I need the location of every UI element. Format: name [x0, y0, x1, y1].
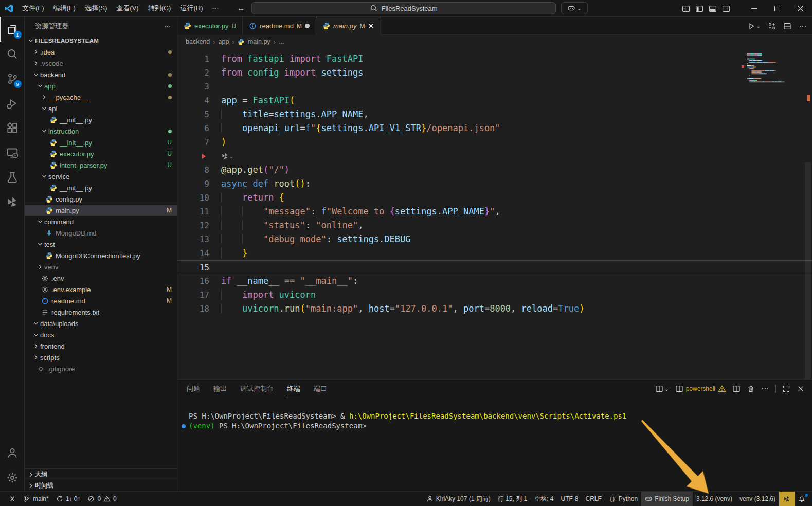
menu-运行(R)[interactable]: 运行(R): [175, 2, 207, 14]
tree-item-frontend[interactable]: frontend: [25, 340, 177, 352]
tree-item-data\uploads[interactable]: data\uploads: [25, 318, 177, 329]
statusbar-notifications-bell[interactable]: [795, 492, 809, 506]
breadcrumb-backend[interactable]: backend: [186, 38, 210, 45]
statusbar-encoding[interactable]: UTF-8: [557, 492, 582, 506]
maximize-panel-icon[interactable]: [782, 385, 790, 393]
tree-item-scripts[interactable]: scripts: [25, 352, 177, 363]
more-actions-icon[interactable]: [799, 22, 807, 30]
panel-tab-调试控制台[interactable]: 调试控制台: [240, 380, 274, 398]
code-editor[interactable]: 1from fastapi import FastAPI2from config…: [177, 48, 812, 379]
tree-item-__init__.py[interactable]: __init__.py: [25, 182, 177, 193]
menu-转到(G)[interactable]: 转到(G): [143, 2, 176, 14]
close-tab-icon[interactable]: [368, 23, 374, 29]
statusbar-branch-status[interactable]: main*: [20, 492, 52, 506]
tree-item-main.py[interactable]: main.pyM: [25, 205, 177, 216]
tree-item-command[interactable]: command: [25, 216, 177, 227]
tree-item-api[interactable]: api: [25, 103, 177, 114]
close-panel-icon[interactable]: [797, 385, 805, 393]
activitybar-explorer[interactable]: 1: [0, 17, 25, 42]
activitybar-extensions[interactable]: [0, 116, 25, 140]
tree-item-FILESREADSYSTEAM[interactable]: FILESREADSYSTEAM: [25, 35, 177, 46]
statusbar-cursor-position[interactable]: 行 15, 列 1: [494, 492, 531, 506]
minimize-button[interactable]: [743, 0, 766, 17]
tree-item-MongoDBConnectionTest.py[interactable]: MongoDBConnectionTest.py: [25, 250, 177, 261]
statusbar-eol[interactable]: CRLF: [582, 492, 605, 506]
tree-item-__init__.py[interactable]: __init__.pyU: [25, 137, 177, 148]
tree-item-__init__.py[interactable]: __init__.py: [25, 114, 177, 125]
tree-item-venv[interactable]: venv: [25, 261, 177, 273]
tree-item-executor.py[interactable]: executor.pyU: [25, 148, 177, 159]
copilot-button[interactable]: ⌄: [561, 2, 588, 14]
split-terminal-icon[interactable]: [732, 385, 741, 393]
statusbar-finish-setup[interactable]: Finish Setup: [641, 492, 693, 506]
tree-item-.gitignore[interactable]: .gitignore: [25, 363, 177, 374]
split-editor-icon[interactable]: [783, 22, 791, 30]
tree-item-instruction[interactable]: instruction: [25, 125, 177, 137]
activitybar-search[interactable]: [0, 42, 25, 66]
panel-tab-终端[interactable]: 终端: [287, 380, 300, 398]
activitybar-source-control[interactable]: 9: [0, 66, 25, 91]
editor-scrollbar[interactable]: [805, 162, 811, 379]
breadcrumb-...[interactable]: ...: [279, 38, 284, 45]
timeline-section[interactable]: 时间线: [25, 480, 177, 491]
activitybar-run-debug[interactable]: [0, 91, 25, 116]
statusbar-problems-status[interactable]: 00: [84, 492, 120, 506]
tree-item-.env.example[interactable]: .env.exampleM: [25, 284, 177, 295]
ai-pinwheel-icon[interactable]: ⌄: [221, 152, 233, 160]
menu-文件(F)[interactable]: 文件(F): [17, 2, 49, 14]
tab-readme.md[interactable]: readme.mdM: [243, 17, 316, 35]
menu-查看(V)[interactable]: 查看(V): [112, 2, 143, 14]
tree-item-MongoDB.md[interactable]: MongoDB.md: [25, 227, 177, 239]
tree-item-app[interactable]: app: [25, 80, 177, 92]
tree-item-__pycache__[interactable]: __pycache__: [25, 92, 177, 103]
tab-executor.py[interactable]: executor.pyU: [177, 17, 243, 35]
customize-layout-icon[interactable]: [682, 5, 690, 13]
activitybar-remote-explorer[interactable]: [0, 140, 25, 165]
tree-item-.env[interactable]: .env: [25, 273, 177, 284]
activitybar-testing[interactable]: [0, 165, 25, 190]
tree-item-docs[interactable]: docs: [25, 329, 177, 340]
activitybar-settings[interactable]: [0, 465, 25, 490]
panel-tab-输出[interactable]: 输出: [213, 380, 227, 398]
tree-item-requirements.txt[interactable]: requirements.txt: [25, 306, 177, 318]
statusbar-sync-status[interactable]: 1↓ 0↑: [52, 492, 84, 506]
tree-item-service[interactable]: service: [25, 171, 177, 182]
breadcrumb[interactable]: backend›app›main.py›...: [177, 35, 812, 48]
toggle-secondary-sidebar-icon[interactable]: [722, 5, 730, 13]
tree-item-.idea[interactable]: .idea: [25, 46, 177, 58]
tree-item-backend[interactable]: backend: [25, 69, 177, 80]
tree-item-test[interactable]: test: [25, 239, 177, 250]
close-button[interactable]: [789, 0, 812, 17]
back-arrow-icon[interactable]: ←: [237, 4, 245, 13]
statusbar-language-mode[interactable]: {}Python: [605, 492, 641, 506]
minimap[interactable]: [746, 52, 803, 88]
statusbar-extension-status[interactable]: [779, 492, 795, 506]
statusbar-indentation[interactable]: 空格: 4: [531, 492, 557, 506]
terminal-shell-tab[interactable]: powershell: [675, 385, 726, 393]
sidebar-more-icon[interactable]: ···: [164, 22, 171, 30]
activitybar-accounts[interactable]: [0, 441, 25, 465]
maximize-button[interactable]: [766, 0, 789, 17]
breadcrumb-main.py[interactable]: main.py: [248, 38, 270, 45]
open-changes-icon[interactable]: [768, 22, 776, 30]
breadcrumb-app[interactable]: app: [219, 38, 229, 45]
menu-···[interactable]: ···: [207, 2, 223, 14]
tree-item-config.py[interactable]: config.py: [25, 193, 177, 205]
terminal[interactable]: PS H:\OwnProject\FilesReadSysteam> & h:\…: [177, 398, 812, 431]
panel-tab-问题[interactable]: 问题: [187, 380, 200, 398]
menu-选择(S)[interactable]: 选择(S): [80, 2, 112, 14]
more-actions-icon[interactable]: [761, 385, 769, 393]
tree-item-intent_parser.py[interactable]: intent_parser.pyU: [25, 159, 177, 171]
statusbar-venv-indicator[interactable]: venv (3.12.6): [736, 492, 779, 506]
tab-main.py[interactable]: main.pyM: [316, 17, 382, 35]
run-python-button[interactable]: ⌄: [747, 22, 761, 30]
toggle-sidebar-icon[interactable]: [695, 5, 703, 13]
outline-section[interactable]: 大纲: [25, 468, 177, 480]
toggle-panel-icon[interactable]: [709, 5, 717, 13]
menu-编辑(E)[interactable]: 编辑(E): [49, 2, 80, 14]
activitybar-ai-extension[interactable]: [0, 190, 25, 214]
terminal-profile-button[interactable]: ⌄: [655, 385, 669, 393]
statusbar-remote-indicator[interactable]: [5, 492, 20, 506]
statusbar-python-interpreter[interactable]: 3.12.6 (venv): [693, 492, 736, 506]
tree-item-readme.md[interactable]: readme.mdM: [25, 295, 177, 306]
